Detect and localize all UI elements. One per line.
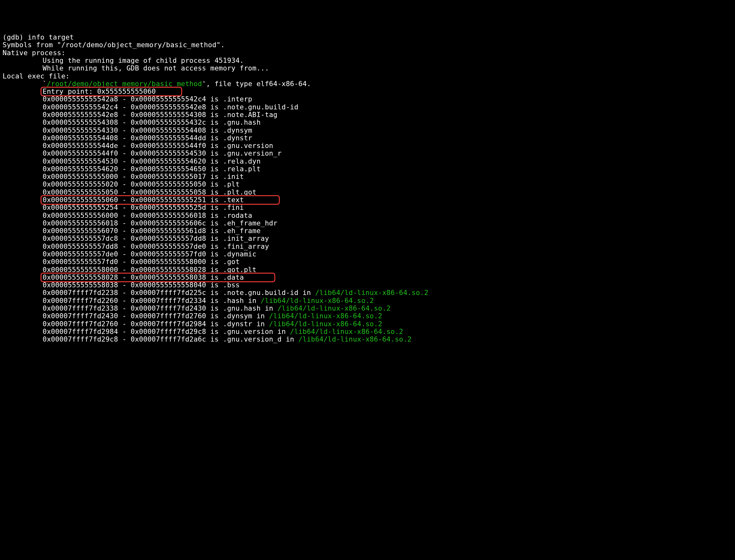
section-line: 0x0000555555554530 - 0x0000555555554620 … — [3, 158, 732, 165]
section-line: 0x0000555555556070 - 0x00005555555561d8 … — [3, 227, 732, 235]
section-line: 0x0000555555557dc8 - 0x0000555555557dd8 … — [3, 235, 732, 242]
gdb-prompt-line: (gdb) info target — [3, 33, 732, 41]
section-line-lib: 0x00007ffff7fd2238 - 0x00007ffff7fd225c … — [3, 289, 732, 297]
lib-path: /lib64/ld-linux-x86-64.so.2 — [290, 328, 403, 335]
section-line: 0x00005555555542a8 - 0x00005555555542c4 … — [3, 95, 732, 103]
terminal-output: (gdb) info targetSymbols from "/root/dem… — [3, 33, 732, 343]
section-line: 0x0000555555556018 - 0x000055555555606c … — [3, 219, 732, 227]
section-line-lib: 0x00007ffff7fd2984 - 0x00007ffff7fd29c8 … — [3, 328, 732, 335]
section-line-lib: 0x00007ffff7fd2430 - 0x00007ffff7fd2760 … — [3, 312, 732, 320]
lib-path: /lib64/ld-linux-x86-64.so.2 — [298, 335, 412, 343]
section-line-lib: 0x00007ffff7fd29c8 - 0x00007ffff7fd2a6c … — [3, 335, 732, 343]
lib-path: /lib64/ld-linux-x86-64.so.2 — [277, 304, 391, 312]
section-line-lib: 0x00007ffff7fd2260 - 0x00007ffff7fd2334 … — [3, 297, 732, 305]
section-line: 0x0000555555555254 - 0x000055555555525d … — [3, 204, 732, 211]
section-line: 0x0000555555558038 - 0x0000555555558040 … — [3, 281, 732, 289]
gdb-command: (gdb) info target — [3, 33, 74, 41]
section-line: 0x0000555555556000 - 0x0000555555556018 … — [3, 212, 732, 219]
section-line: 0x00005555555542c4 - 0x00005555555542e8 … — [3, 103, 732, 111]
symbols-text: Symbols from "/root/demo/object_memory/b… — [3, 41, 225, 49]
section-line: 0x0000555555557dd8 - 0x0000555555557de0 … — [3, 243, 732, 250]
section-line: 0x0000555555554330 - 0x0000555555554408 … — [3, 127, 732, 134]
exec-file-path: /root/demo/object_memory/basic_method — [47, 80, 202, 88]
native-process-line: Using the running image of child process… — [3, 57, 732, 64]
section-line: 0x0000555555558028 - 0x0000555555558038 … — [3, 274, 732, 281]
lib-path: /lib64/ld-linux-x86-64.so.2 — [269, 320, 382, 328]
section-line: 0x00005555555542e8 - 0x0000555555554308 … — [3, 111, 732, 119]
section-line: 0x00005555555544de - 0x00005555555544f0 … — [3, 142, 732, 150]
section-line: 0x0000555555555020 - 0x0000555555555050 … — [3, 181, 732, 188]
section-line: 0x0000555555555060 - 0x0000555555555251 … — [3, 196, 732, 204]
section-line: 0x0000555555554308 - 0x000055555555432c … — [3, 119, 732, 126]
section-line: 0x0000555555557fd0 - 0x0000555555558000 … — [3, 258, 732, 266]
section-line: 0x0000555555554408 - 0x00005555555544dd … — [3, 134, 732, 142]
entry-point-text: Entry point: 0x555555555060 — [43, 87, 156, 95]
section-line: 0x00005555555544f0 - 0x0000555555554530 … — [3, 150, 732, 157]
section-line: 0x0000555555555000 - 0x0000555555555017 … — [3, 173, 732, 181]
lib-path: /lib64/ld-linux-x86-64.so.2 — [261, 297, 374, 305]
section-line: 0x0000555555554620 - 0x0000555555554650 … — [3, 165, 732, 173]
local-exec-header: Local exec file: — [3, 72, 732, 80]
section-line: 0x0000555555557de0 - 0x0000555555557fd0 … — [3, 250, 732, 258]
lib-path: /lib64/ld-linux-x86-64.so.2 — [269, 312, 382, 320]
entry-point-line: Entry point: 0x555555555060 — [3, 88, 732, 95]
section-line-lib: 0x00007ffff7fd2338 - 0x00007ffff7fd2430 … — [3, 305, 732, 312]
symbols-line: Symbols from "/root/demo/object_memory/b… — [3, 41, 732, 49]
section-line-lib: 0x00007ffff7fd2760 - 0x00007ffff7fd2984 … — [3, 320, 732, 328]
lib-path: /lib64/ld-linux-x86-64.so.2 — [315, 289, 429, 297]
native-process-line: While running this, GDB does not access … — [3, 64, 732, 72]
native-process-header: Native process: — [3, 49, 732, 57]
